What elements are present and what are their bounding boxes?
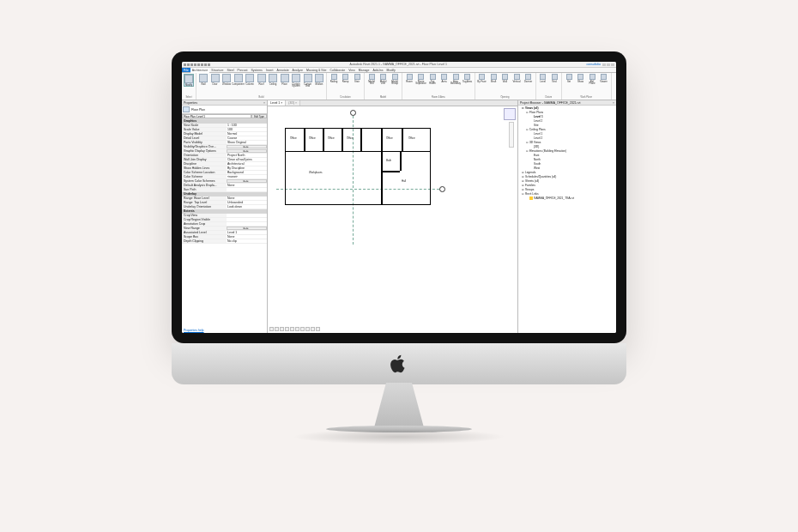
ribbon-tab-steel[interactable]: Steel — [226, 68, 236, 72]
room-separator-icon — [418, 74, 424, 80]
apple-logo-icon — [390, 354, 408, 374]
ribbon-tab-architecture[interactable]: Architecture — [190, 68, 210, 73]
ceiling-icon — [269, 74, 277, 82]
tool-dormer[interactable]: Dormer — [523, 74, 534, 82]
tool-level[interactable]: Level — [538, 74, 548, 82]
tool-modify[interactable]: Modify — [184, 74, 194, 87]
ribbon-tab-view[interactable]: View — [347, 68, 357, 72]
ribbon-tab-systems[interactable]: Systems — [249, 68, 263, 72]
tag-room-icon — [430, 74, 436, 80]
tool-tag-room[interactable]: Tag Room — [427, 74, 438, 85]
floor-icon — [281, 74, 289, 82]
view-tab[interactable]: {3D} × — [286, 100, 300, 106]
doc-title: GAMMA_OFFICE_2021.rvt - Floor Plan: Leve… — [383, 63, 447, 66]
tool-component[interactable]: Component — [233, 74, 244, 88]
tool-show[interactable]: Show — [576, 74, 586, 85]
tool-floor[interactable]: Floor — [280, 74, 290, 88]
ribbon-tab-modify[interactable]: Modify — [385, 68, 397, 72]
tool-stair[interactable]: Stair — [352, 74, 362, 82]
tool-railing[interactable]: Railing — [329, 74, 339, 82]
tool-column[interactable]: Column — [245, 74, 255, 88]
tool-mullion[interactable]: Mullion — [314, 74, 324, 88]
ribbon-tab-manage[interactable]: Manage — [357, 68, 372, 72]
modify-icon — [184, 75, 193, 83]
floor-plan: Office Office Office Office Office Offic… — [285, 128, 431, 222]
tool-ref-plane[interactable]: Ref Plane — [587, 74, 597, 85]
tool-area[interactable]: Area — [439, 74, 450, 85]
vertical-icon — [514, 74, 520, 80]
tool-viewer[interactable]: Viewer — [599, 74, 609, 85]
tool-wall[interactable]: Wall — [500, 74, 511, 82]
tool-wall[interactable]: Wall — [198, 74, 209, 88]
window-icon — [222, 74, 231, 82]
edit-type-button[interactable]: Edit Type — [251, 114, 267, 118]
tool-window[interactable]: Window — [221, 74, 232, 88]
ribbon-tab-file[interactable]: File — [182, 68, 190, 72]
property-row[interactable]: Depth ClippingNo clip — [182, 239, 267, 244]
area-boundary-icon — [453, 74, 459, 80]
properties-help-link[interactable]: Properties help — [182, 328, 267, 333]
ribbon-tab-annotate[interactable]: Annotate — [275, 68, 291, 72]
quick-access-toolbar[interactable] — [184, 63, 210, 66]
imac-chin — [172, 343, 626, 384]
ribbon-tab-analyze[interactable]: Analyze — [291, 68, 305, 72]
tool-door[interactable]: Door — [210, 74, 221, 88]
ribbon-tab-insert[interactable]: Insert — [264, 68, 275, 72]
tree-node[interactable]: GAMMA_OFFICE_2021_TGA.rvt — [519, 196, 615, 201]
tool-model-text[interactable]: Model Text — [366, 74, 377, 85]
view-control-bar[interactable] — [269, 327, 320, 331]
ribbon-tab-massing-site[interactable]: Massing & Site — [305, 68, 328, 72]
set-icon — [566, 74, 572, 80]
user-label[interactable]: consultolio — [586, 63, 601, 66]
component-icon — [234, 74, 243, 82]
tool-room[interactable]: Room — [404, 74, 414, 85]
ribbon-tab-add-ins[interactable]: Add-Ins — [371, 68, 384, 72]
tool-grid[interactable]: Grid — [549, 74, 559, 82]
room-label: Workplaces — [309, 171, 323, 174]
grid-bubble[interactable] — [439, 186, 445, 192]
navigation-bar[interactable] — [509, 122, 514, 148]
tool-ramp[interactable]: Ramp — [341, 74, 351, 82]
ribbon-tab-precast[interactable]: Precast — [236, 68, 250, 72]
model-line-icon — [380, 74, 386, 80]
tool-model-line[interactable]: Model Line — [378, 74, 389, 85]
tool-area-boundary[interactable]: Area Boundary — [450, 74, 461, 85]
tool-set[interactable]: Set — [564, 74, 574, 85]
railing-icon — [331, 74, 337, 80]
tool-curtain-grid[interactable]: Curtain Grid — [303, 74, 313, 88]
tag-area-icon — [464, 74, 470, 80]
tool-model-group[interactable]: Model Group — [390, 74, 400, 85]
room-label: Office — [386, 136, 393, 140]
column-icon — [245, 74, 254, 82]
tool-curtain-system[interactable]: Curtain System — [291, 74, 301, 88]
tool-shaft[interactable]: Shaft — [488, 74, 499, 82]
dormer-icon — [525, 74, 531, 80]
view-tabs: Level 1 ×{3D} × — [268, 100, 517, 106]
viewer-icon — [601, 74, 607, 80]
room-label: Office — [290, 136, 297, 140]
room-icon — [407, 74, 413, 80]
tool-vertical[interactable]: Vertical — [511, 74, 522, 82]
ribbon: ModifySelectWallDoorWindowComponentColum… — [182, 73, 616, 100]
grid-bubble[interactable] — [350, 110, 356, 116]
tool-ceiling[interactable]: Ceiling — [268, 74, 278, 88]
mullion-icon — [315, 74, 323, 82]
view-cube[interactable] — [504, 108, 516, 120]
shaft-icon — [491, 74, 497, 80]
view-tab[interactable]: Level 1 × — [268, 100, 286, 106]
close-icon[interactable]: × — [263, 100, 265, 105]
type-label: Floor Plan — [191, 108, 205, 112]
window-controls[interactable] — [602, 63, 614, 66]
drawing-canvas[interactable]: Office Office Office Office Office Offic… — [268, 106, 517, 333]
ribbon-tab-collaborate[interactable]: Collaborate — [328, 68, 347, 72]
instance-filter[interactable] — [182, 114, 251, 118]
ribbon-tab-structure[interactable]: Structure — [209, 68, 225, 72]
tool-room-separator[interactable]: Room Separator — [416, 74, 426, 85]
properties-panel: Properties× Floor Plan Edit Type Graphic… — [182, 100, 268, 333]
tool-by-face[interactable]: By Face — [477, 74, 487, 82]
tool-tag-area[interactable]: Tag Area — [462, 74, 473, 85]
close-icon[interactable]: × — [613, 100, 614, 105]
tool-roof[interactable]: Roof — [257, 74, 267, 88]
model-text-icon — [369, 74, 375, 80]
type-selector[interactable]: Floor Plan — [182, 106, 267, 114]
